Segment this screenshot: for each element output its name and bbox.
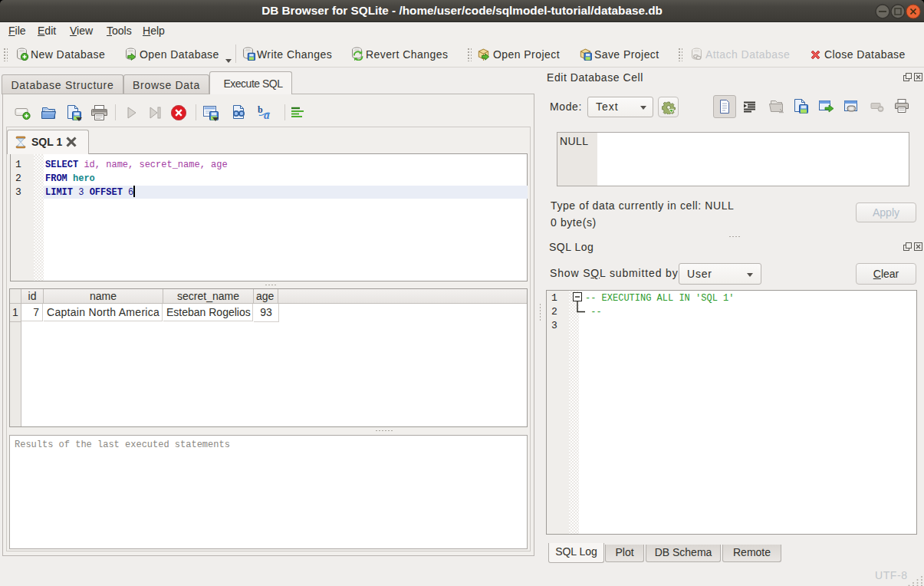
- svg-text:a: a: [264, 109, 270, 121]
- svg-text:b: b: [258, 104, 263, 115]
